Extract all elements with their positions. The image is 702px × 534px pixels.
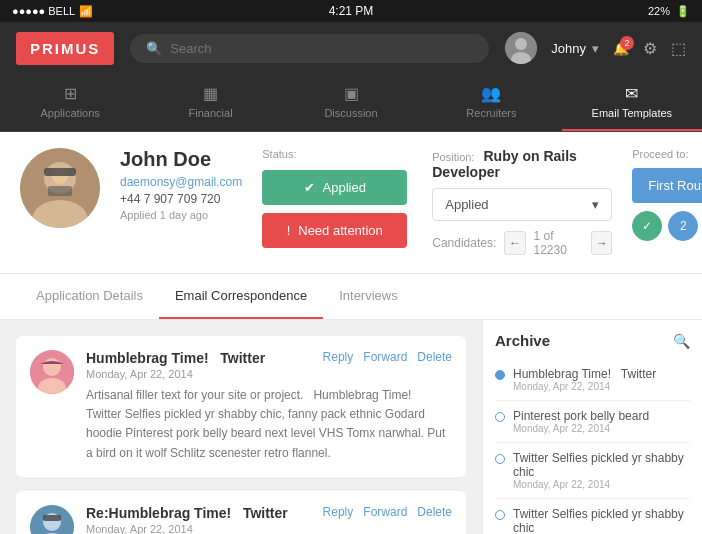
logout-icon[interactable]: ⬚ <box>671 39 686 58</box>
email-subject-1: Humblebrag Time! Twitter <box>86 350 265 366</box>
next-candidate-button[interactable]: → <box>591 231 612 255</box>
profile-info: John Doe daemonsy@gmail.com +44 7 907 70… <box>120 148 242 221</box>
settings-icon[interactable]: ⚙ <box>643 39 657 58</box>
nav-discussion-label: Discussion <box>324 107 377 119</box>
carrier-info: ●●●●● BELL 📶 <box>12 5 93 18</box>
email-actions-1: Reply Forward Delete <box>323 350 452 364</box>
profile-applied-date: Applied 1 day ago <box>120 209 242 221</box>
email-header-2: Re:Humblebrag Time! Twitter Reply Forwar… <box>86 505 452 521</box>
carrier-text: ●●●●● BELL <box>12 5 75 17</box>
delete-link-2[interactable]: Delete <box>417 505 452 519</box>
archive-sidebar: Archive 🔍 Humblebrag Time! Twitter Monda… <box>482 320 702 534</box>
content-area: Humblebrag Time! Twitter Reply Forward D… <box>0 320 702 534</box>
status-column: Status: ✔ Applied ! Need attention <box>262 148 412 248</box>
tab-application-details[interactable]: Application Details <box>20 274 159 319</box>
email-list: Humblebrag Time! Twitter Reply Forward D… <box>0 320 482 534</box>
candidates-label: Candidates: <box>432 236 496 250</box>
archive-item-2[interactable]: Twitter Selfies pickled yr shabby chic M… <box>495 443 690 499</box>
battery-text: 22% <box>648 5 670 17</box>
notification-bell[interactable]: 🔔 2 <box>613 41 629 56</box>
email-item-2: Re:Humblebrag Time! Twitter Reply Forwar… <box>16 491 466 534</box>
email-date-2: Monday, Apr 22, 2014 <box>86 523 452 534</box>
discussion-icon: ▣ <box>344 84 359 103</box>
navigation: ⊞ Applications ▦ Financial ▣ Discussion … <box>0 74 702 132</box>
svg-point-10 <box>43 358 61 376</box>
email-sender-avatar-1 <box>30 350 74 394</box>
nav-recruiters[interactable]: 👥 Recruiters <box>421 74 561 131</box>
reply-link-2[interactable]: Reply <box>323 505 354 519</box>
warning-icon: ! <box>287 223 291 238</box>
applied-button[interactable]: ✔ Applied <box>262 170 407 205</box>
tabs: Application Details Email Correspondence… <box>0 274 702 320</box>
logo[interactable]: PRIMUS <box>16 32 114 65</box>
archive-text-1: Pinterest pork belly beard <box>513 409 649 423</box>
step-2-button[interactable]: 2 <box>668 211 698 241</box>
email-sender-avatar-2 <box>30 505 74 534</box>
forward-link-2[interactable]: Forward <box>363 505 407 519</box>
search-bar[interactable]: 🔍 <box>130 34 489 63</box>
archive-item-3[interactable]: Twitter Selfies pickled yr shabby chic M… <box>495 499 690 534</box>
profile-avatar <box>20 148 100 228</box>
battery-info: 22% 🔋 <box>648 5 690 18</box>
user-name: Johny ▾ <box>551 41 599 56</box>
proceed-dropdown[interactable]: First Round Interview ▾ <box>632 168 702 203</box>
reply-link-1[interactable]: Reply <box>323 350 354 364</box>
status-label: Status: <box>262 148 412 160</box>
nav-discussion[interactable]: ▣ Discussion <box>281 74 421 131</box>
nav-financial[interactable]: ▦ Financial <box>140 74 280 131</box>
email-body-2: Re:Humblebrag Time! Twitter Reply Forwar… <box>86 505 452 534</box>
profile-phone: +44 7 907 709 720 <box>120 192 242 206</box>
tab-email-correspondence[interactable]: Email Correspondence <box>159 274 323 319</box>
chevron-down-icon: ▾ <box>592 197 599 212</box>
archive-header: Archive 🔍 <box>495 332 690 349</box>
archive-dot-2 <box>495 454 505 464</box>
step-check-button[interactable]: ✓ <box>632 211 662 241</box>
prev-candidate-button[interactable]: ← <box>504 231 525 255</box>
tab-interviews[interactable]: Interviews <box>323 274 414 319</box>
check-icon: ✔ <box>304 180 315 195</box>
candidates-value: 1 of 12230 <box>534 229 584 257</box>
position-column: Position: Ruby on Rails Developer Applie… <box>432 148 612 257</box>
proceed-label: Proceed to: <box>632 148 702 160</box>
svg-rect-6 <box>48 186 72 196</box>
archive-dot-3 <box>495 510 505 520</box>
attention-button[interactable]: ! Need attention <box>262 213 407 248</box>
recruiters-icon: 👥 <box>481 84 501 103</box>
email-text-1: Artisanal filler text for your site or p… <box>86 386 452 463</box>
search-input[interactable] <box>170 41 473 56</box>
profile-section: John Doe daemonsy@gmail.com +44 7 907 70… <box>0 132 702 274</box>
chevron-down-icon: ▾ <box>592 41 599 56</box>
nav-applications-label: Applications <box>41 107 100 119</box>
profile-email[interactable]: daemonsy@gmail.com <box>120 175 242 189</box>
forward-link-1[interactable]: Forward <box>363 350 407 364</box>
header: PRIMUS 🔍 Johny ▾ 🔔 2 ⚙ ⬚ <box>0 22 702 74</box>
delete-link-1[interactable]: Delete <box>417 350 452 364</box>
email-date-1: Monday, Apr 22, 2014 <box>86 368 452 380</box>
search-icon: 🔍 <box>146 41 162 56</box>
archive-item-1[interactable]: Pinterest pork belly beard Monday, Apr 2… <box>495 401 690 443</box>
archive-text-3: Twitter Selfies pickled yr shabby chic <box>513 507 690 534</box>
archive-dot-0 <box>495 370 505 380</box>
avatar <box>505 32 537 64</box>
email-header-1: Humblebrag Time! Twitter Reply Forward D… <box>86 350 452 366</box>
header-right: Johny ▾ 🔔 2 ⚙ ⬚ <box>505 32 686 64</box>
nav-applications[interactable]: ⊞ Applications <box>0 74 140 131</box>
svg-point-1 <box>515 38 527 50</box>
proceed-column: Proceed to: First Round Interview ▾ ✓ 2 … <box>632 148 702 241</box>
position-dropdown[interactable]: Applied ▾ <box>432 188 612 221</box>
svg-rect-8 <box>44 168 76 176</box>
archive-text-2: Twitter Selfies pickled yr shabby chic <box>513 451 690 479</box>
email-actions-2: Reply Forward Delete <box>323 505 452 519</box>
archive-date-2: Monday, Apr 22, 2014 <box>513 479 690 490</box>
step-buttons: ✓ 2 3 4 <box>632 211 702 241</box>
notification-badge: 2 <box>620 36 634 50</box>
time-display: 4:21 PM <box>329 4 374 18</box>
archive-title: Archive <box>495 332 550 349</box>
nav-email-templates[interactable]: ✉ Email Templates <box>562 74 702 131</box>
archive-item-0[interactable]: Humblebrag Time! Twitter Monday, Apr 22,… <box>495 359 690 401</box>
archive-search-icon[interactable]: 🔍 <box>673 333 690 349</box>
archive-date-0: Monday, Apr 22, 2014 <box>513 381 656 392</box>
nav-recruiters-label: Recruiters <box>466 107 516 119</box>
profile-name: John Doe <box>120 148 242 171</box>
email-item-1: Humblebrag Time! Twitter Reply Forward D… <box>16 336 466 477</box>
